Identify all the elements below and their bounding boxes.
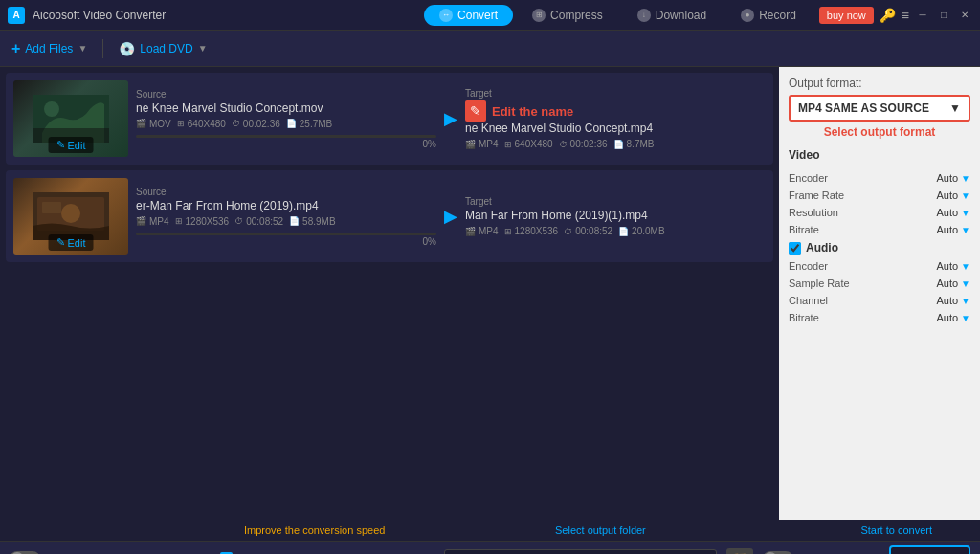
buy-now-button[interactable]: buy now [819, 7, 874, 24]
audio-checkbox[interactable] [789, 242, 801, 255]
svg-point-1 [44, 101, 59, 117]
close-button[interactable]: ✕ [957, 8, 972, 23]
audio-settings: Encoder Auto ▼ Sample Rate Auto ▼ Channe… [789, 260, 970, 323]
thumbnail-1: ✎ Edit [13, 80, 128, 157]
video-setting-row: Bitrate Auto ▼ [789, 224, 970, 235]
chevron-down-icon: ▼ [961, 208, 970, 218]
video-settings: Encoder Auto ▼ Frame Rate Auto ▼ Resolut… [789, 172, 970, 235]
source-duration-2: ⏱ 00:08:52 [234, 216, 283, 227]
source-resolution-1: ⊞ 640X480 [177, 119, 226, 129]
file-list: ✎ Edit Source ne Knee Marvel Studio Conc… [0, 67, 779, 520]
convert-arrow-1: ▶ [444, 108, 457, 129]
load-dvd-button[interactable]: 💿 Load DVD ▼ [119, 41, 207, 56]
target-size-2: 📄 20.0MB [618, 226, 664, 236]
video-setting-row: Resolution Auto ▼ [789, 207, 970, 218]
audio-setting-select[interactable]: Auto ▼ [913, 295, 970, 306]
chevron-down-icon: ▼ [961, 173, 970, 184]
source-format-1: 🎬 MOV [136, 119, 171, 129]
plus-icon: + [11, 40, 20, 57]
grid-icon: ⊞ [177, 119, 185, 128]
source-meta-1: 🎬 MOV ⊞ 640X480 ⏱ 00:02:36 📄 25.7MB [136, 119, 436, 129]
dvd-icon: 💿 [119, 41, 135, 56]
title-bar: A Aicoosoft Video Converter ↔ Convert ⊞ … [0, 0, 980, 31]
tab-convert[interactable]: ↔ Convert [424, 5, 513, 26]
chevron-down-icon: ▼ [961, 296, 970, 306]
target-resolution-2: ⊞ 1280X536 [504, 226, 559, 236]
audio-setting-select[interactable]: Auto ▼ [913, 260, 970, 272]
app-logo: A [8, 7, 25, 24]
target-name-row-1: ✎ Edit the name [465, 100, 766, 122]
menu-icon[interactable]: ≡ [902, 8, 909, 23]
video-setting-row: Encoder Auto ▼ [789, 172, 970, 184]
chevron-down-icon: ▼ [961, 225, 970, 235]
source-size-1: 📄 25.7MB [286, 119, 332, 129]
chevron-down-icon: ▼ [961, 190, 970, 201]
key-icon: 🔑 [880, 8, 896, 23]
tab-record[interactable]: ● Record [725, 5, 812, 26]
minimize-button[interactable]: ─ [915, 8, 930, 23]
target-info-2: Target Man Far From Home (2019)(1).mp4 🎬… [465, 196, 766, 236]
audio-setting-row: Encoder Auto ▼ [789, 260, 970, 272]
source-size-2: 📄 58.9MB [289, 216, 335, 227]
svg-rect-6 [42, 202, 61, 213]
shutdown-toggle[interactable] [10, 551, 40, 555]
audio-setting-row: Channel Auto ▼ [789, 295, 970, 306]
film-icon: 🎬 [136, 119, 146, 128]
audio-setting-select[interactable]: Auto ▼ [913, 277, 970, 289]
edit-button-2[interactable]: ✎ Edit [49, 234, 94, 251]
audio-checkbox-row: Audio [789, 241, 970, 255]
source-meta-2: 🎬 MP4 ⊞ 1280X536 ⏱ 00:08:52 📄 58.9MB [136, 216, 436, 227]
target-format-2: 🎬 MP4 [465, 226, 499, 236]
right-panel: Output format: MP4 SAME AS SOURCE ▼ Sele… [779, 67, 980, 520]
load-dvd-dropdown-icon: ▼ [198, 43, 208, 54]
nav-tabs: ↔ Convert ⊞ Compress ↓ Download ● Record [424, 5, 812, 26]
tab-compress[interactable]: ⊞ Compress [517, 5, 618, 26]
title-bar-actions: buy now 🔑 ≡ ─ □ ✕ [819, 7, 972, 24]
output-format-select[interactable]: MP4 SAME AS SOURCE ▼ [789, 95, 970, 122]
record-tab-icon: ● [741, 9, 754, 22]
browse-folder-button[interactable]: 📁 [726, 548, 753, 554]
chevron-down-icon: ▼ [961, 261, 970, 272]
target-duration-1: ⏱ 00:02:36 [559, 139, 608, 149]
source-duration-1: ⏱ 00:02:36 [232, 119, 280, 129]
thumbnail-2: ✎ Edit [13, 178, 128, 255]
video-setting-select[interactable]: Auto ▼ [913, 224, 970, 235]
source-resolution-2: ⊞ 1280X536 [175, 216, 230, 227]
target-meta-2: 🎬 MP4 ⊞ 1280X536 ⏱ 00:08:52 📄 20.0MB [465, 226, 766, 236]
gpu-hint: Improve the conversion speed [244, 524, 385, 536]
table-row: ✎ Edit Source ne Knee Marvel Studio Conc… [6, 73, 773, 165]
maximize-button[interactable]: □ [936, 8, 951, 23]
main-layout: ✎ Edit Source ne Knee Marvel Studio Conc… [0, 67, 980, 520]
source-info-2: Source er-Man Far From Home (2019).mp4 🎬… [136, 187, 436, 247]
progress-bar-1 [136, 135, 436, 138]
edit-button-1[interactable]: ✎ Edit [49, 137, 94, 153]
target-info-1: Target ✎ Edit the name ne Knee Marvel St… [465, 88, 766, 149]
tab-download[interactable]: ↓ Download [622, 5, 722, 26]
video-setting-select[interactable]: Auto ▼ [913, 172, 970, 184]
merge-toggle[interactable] [763, 551, 793, 555]
svg-point-5 [61, 204, 80, 223]
edit-name-icon-1[interactable]: ✎ [465, 100, 486, 122]
add-files-button[interactable]: + Add Files ▼ [11, 40, 87, 57]
target-meta-1: 🎬 MP4 ⊞ 640X480 ⏱ 00:02:36 📄 8.7MB [465, 139, 766, 149]
edit-icon-1: ✎ [56, 139, 65, 151]
audio-setting-row: Sample Rate Auto ▼ [789, 277, 970, 289]
audio-setting-select[interactable]: Auto ▼ [913, 312, 970, 323]
toolbar-divider [102, 39, 103, 58]
download-tab-icon: ↓ [637, 9, 651, 22]
video-setting-select[interactable]: Auto ▼ [913, 207, 970, 218]
convert-arrow-2: ▶ [444, 206, 457, 227]
edit-icon-2: ✎ [56, 236, 65, 249]
progress-bar-2 [136, 233, 436, 235]
toolbar: + Add Files ▼ 💿 Load DVD ▼ [0, 31, 980, 67]
file-icon: 📄 [286, 119, 297, 128]
convert-button[interactable]: Convert [889, 545, 970, 554]
target-format-1: 🎬 MP4 [465, 139, 499, 149]
target-resolution-1: ⊞ 640X480 [504, 139, 553, 149]
video-setting-select[interactable]: Auto ▼ [913, 189, 970, 201]
target-size-1: 📄 8.7MB [613, 139, 655, 149]
source-info-1: Source ne Knee Marvel Studio Concept.mov… [136, 89, 436, 149]
source-format-2: 🎬 MP4 [136, 216, 169, 227]
table-row: ✎ Edit Source er-Man Far From Home (2019… [6, 170, 773, 262]
chevron-down-icon: ▼ [961, 278, 970, 289]
